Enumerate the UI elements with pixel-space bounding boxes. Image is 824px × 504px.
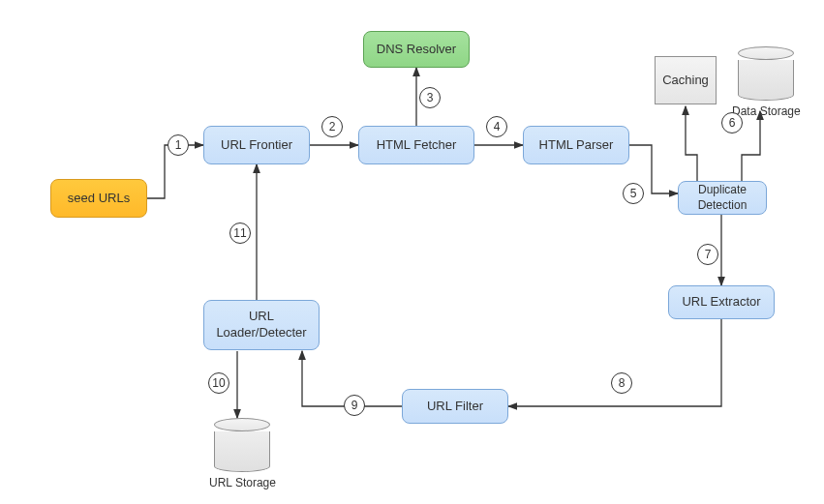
- node-url-loader-detecter: URL Loader/Detecter: [203, 300, 320, 350]
- step-8: 8: [611, 372, 632, 394]
- node-url-storage: URL Storage: [209, 418, 276, 489]
- step-4: 4: [486, 116, 507, 137]
- node-html-parser: HTML Parser: [523, 126, 629, 164]
- step-3: 3: [419, 87, 441, 108]
- step-7: 7: [697, 244, 718, 265]
- step-10: 10: [208, 372, 229, 394]
- node-data-storage: Data Storage: [732, 46, 801, 118]
- url-storage-label: URL Storage: [209, 476, 276, 489]
- node-url-filter: URL Filter: [402, 389, 508, 424]
- node-url-frontier: URL Frontier: [203, 126, 310, 164]
- node-url-extractor: URL Extractor: [668, 285, 775, 319]
- node-html-fetcher: HTML Fetcher: [358, 126, 474, 164]
- step-2: 2: [321, 116, 343, 137]
- step-6: 6: [721, 112, 743, 133]
- node-seed-urls: seed URLs: [50, 179, 147, 218]
- step-9: 9: [344, 395, 365, 416]
- node-caching: Caching: [655, 56, 717, 104]
- step-11: 11: [229, 222, 251, 244]
- step-1: 1: [168, 134, 189, 156]
- step-5: 5: [623, 183, 644, 204]
- node-dns-resolver: DNS Resolver: [363, 31, 470, 68]
- node-duplicate-detection: Duplicate Detection: [678, 181, 767, 215]
- data-storage-label: Data Storage: [732, 104, 801, 118]
